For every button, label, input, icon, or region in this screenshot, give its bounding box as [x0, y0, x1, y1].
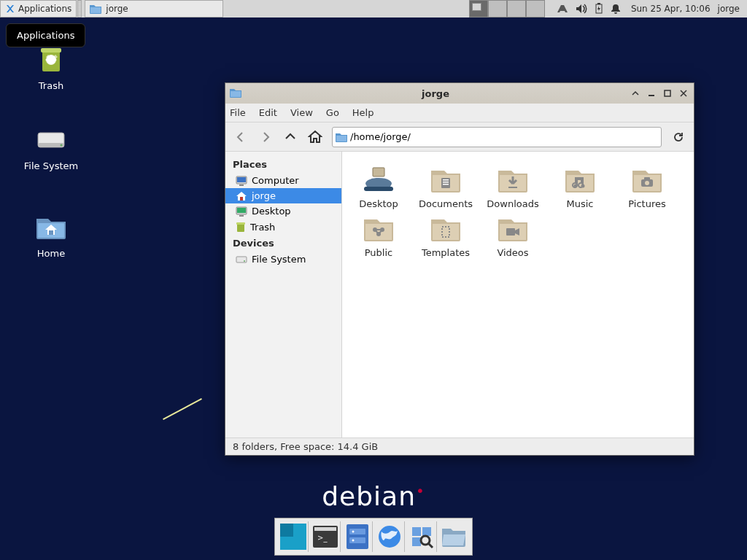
- path-entry[interactable]: /home/jorge/: [332, 127, 662, 147]
- svg-point-22: [352, 540, 354, 542]
- file-item-templates[interactable]: Templates: [417, 212, 475, 258]
- back-button[interactable]: [230, 126, 252, 148]
- dock-terminal[interactable]: >_: [310, 521, 341, 552]
- file-item-label: Templates: [417, 247, 475, 258]
- up-button[interactable]: [279, 126, 301, 148]
- sidebar-item-trash[interactable]: Trash: [225, 219, 341, 235]
- menubar: File Edit View Go Help: [225, 104, 694, 122]
- maximize-icon: [664, 90, 671, 97]
- svg-rect-32: [336, 136, 347, 141]
- workspace-4[interactable]: [526, 0, 545, 18]
- dock-search[interactable]: [406, 521, 437, 552]
- file-item-videos[interactable]: Videos: [484, 212, 542, 258]
- clock[interactable]: Sun 25 Apr, 10:06: [627, 4, 715, 14]
- sidebar-item-label: jorge: [252, 190, 276, 201]
- toolbar: /home/jorge/: [225, 122, 694, 152]
- folder-icon: [428, 212, 463, 243]
- window-body: Places Computer jorge Desktop Trash Devi…: [225, 152, 694, 438]
- forward-button[interactable]: [255, 126, 276, 148]
- applications-menu-button[interactable]: Applications: [0, 0, 77, 18]
- panel-left: Applications jorge: [0, 0, 223, 18]
- folder-icon: [495, 163, 530, 194]
- svg-rect-20: [349, 537, 365, 543]
- file-item-label: Pictures: [618, 198, 676, 209]
- file-item-pictures[interactable]: Pictures: [618, 163, 676, 209]
- svg-rect-14: [280, 537, 306, 550]
- dock-show-desktop[interactable]: [278, 521, 309, 552]
- menu-file[interactable]: File: [230, 107, 246, 118]
- svg-rect-49: [443, 182, 449, 183]
- desktop-icon-filesystem[interactable]: File System: [15, 121, 88, 171]
- panel-grip[interactable]: [77, 0, 82, 18]
- home-folder-icon: [34, 209, 69, 244]
- menu-edit[interactable]: Edit: [259, 107, 277, 118]
- statusbar: 8 folders, Free space: 14.4 GiB: [225, 438, 694, 455]
- workspace-switcher[interactable]: [469, 0, 545, 18]
- chevron-up-icon: [285, 131, 296, 143]
- workspace-3[interactable]: [507, 0, 526, 18]
- user-menu[interactable]: jorge: [715, 4, 747, 14]
- taskbar-item-jorge[interactable]: jorge: [85, 0, 223, 18]
- window-title: jorge: [246, 88, 625, 99]
- file-item-music[interactable]: Music: [551, 163, 609, 209]
- network-icon[interactable]: [557, 4, 568, 13]
- menu-go[interactable]: Go: [326, 107, 339, 118]
- close-button[interactable]: [678, 88, 689, 99]
- svg-rect-44: [364, 187, 393, 191]
- desktop-icon-trash[interactable]: Trash: [15, 41, 88, 91]
- workspace-1[interactable]: [469, 0, 488, 18]
- svg-line-28: [428, 543, 433, 548]
- reload-icon: [673, 131, 684, 143]
- svg-rect-25: [422, 527, 431, 536]
- svg-rect-38: [237, 208, 246, 213]
- dock-folder[interactable]: [438, 521, 469, 552]
- sidebar-item-computer[interactable]: Computer: [225, 173, 341, 188]
- window-menu-button[interactable]: [630, 88, 641, 99]
- desktop-icon: [236, 206, 247, 217]
- power-icon[interactable]: [595, 3, 603, 15]
- home-icon: [308, 130, 322, 144]
- icon-view[interactable]: DesktopDocumentsDownloadsMusicPicturesPu…: [342, 152, 694, 438]
- svg-point-21: [352, 531, 354, 533]
- sidebar-item-label: Desktop: [252, 206, 291, 217]
- files-icon: [347, 524, 368, 549]
- svg-rect-30: [649, 95, 654, 96]
- menu-view[interactable]: View: [290, 107, 313, 118]
- trash-icon: [236, 221, 246, 233]
- minimize-button[interactable]: [646, 88, 657, 99]
- file-item-label: Desktop: [349, 198, 408, 209]
- titlebar[interactable]: jorge: [225, 83, 694, 104]
- svg-point-55: [581, 184, 585, 188]
- svg-rect-34: [237, 177, 246, 182]
- svg-text:>_: >_: [317, 534, 328, 542]
- maximize-button[interactable]: [662, 88, 673, 99]
- svg-point-9: [61, 144, 63, 147]
- svg-rect-29: [231, 91, 241, 97]
- trash-icon: [34, 41, 69, 76]
- dock-files[interactable]: [342, 521, 373, 552]
- sidebar-item-filesystem[interactable]: File System: [225, 252, 341, 267]
- dock-web[interactable]: [374, 521, 405, 552]
- home-button[interactable]: [304, 126, 326, 148]
- show-desktop-icon: [280, 524, 306, 550]
- file-item-downloads[interactable]: Downloads: [484, 163, 542, 209]
- sidebar-item-desktop[interactable]: Desktop: [225, 203, 341, 219]
- applications-menu-label: Applications: [18, 4, 71, 14]
- sidebar-item-label: Computer: [252, 175, 299, 186]
- system-tray: [551, 3, 627, 15]
- sidebar-item-home[interactable]: jorge: [225, 188, 341, 203]
- reload-button[interactable]: [667, 126, 689, 148]
- desktop-icon-home[interactable]: Home: [15, 209, 88, 259]
- sidebar-heading-places: Places: [225, 156, 341, 173]
- svg-rect-11: [49, 230, 53, 235]
- menu-help[interactable]: Help: [352, 107, 374, 118]
- file-item-public[interactable]: Public: [349, 212, 408, 258]
- file-item-desktop[interactable]: Desktop: [349, 163, 408, 209]
- volume-icon[interactable]: [576, 4, 587, 14]
- file-item-documents[interactable]: Documents: [417, 163, 475, 209]
- folder-icon: [90, 4, 101, 14]
- notification-bell-icon[interactable]: [611, 4, 621, 14]
- minimize-icon: [648, 90, 655, 97]
- bottom-dock: >_: [274, 518, 473, 556]
- workspace-2[interactable]: [488, 0, 507, 18]
